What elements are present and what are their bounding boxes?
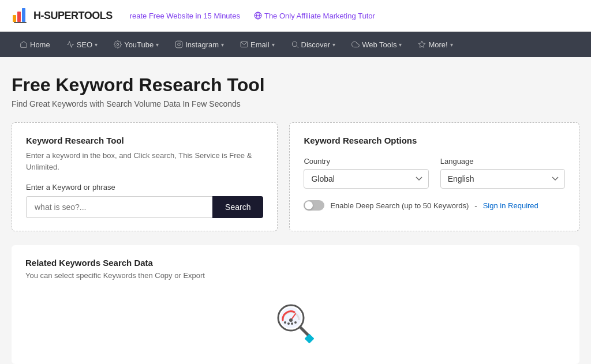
svg-rect-24: [305, 334, 315, 344]
nav-web-tools[interactable]: Web Tools ▾: [343, 32, 410, 57]
svg-point-7: [117, 43, 119, 46]
related-subtitle: You can select specific Keywords then Co…: [25, 271, 566, 280]
language-group: Language English French Spanish German A…: [440, 157, 565, 189]
svg-point-21: [291, 322, 293, 325]
nav-more[interactable]: More! ▾: [410, 32, 461, 57]
nav-email[interactable]: Email ▾: [232, 32, 283, 57]
seo-chevron: ▾: [95, 42, 98, 48]
nav-discover[interactable]: Discover ▾: [283, 32, 344, 57]
more-chevron: ▾: [450, 42, 453, 48]
nav-youtube[interactable]: YouTube ▾: [106, 32, 167, 57]
svg-point-10: [181, 42, 181, 43]
page-subtitle: Find Great Keywords with Search Volume D…: [12, 99, 579, 108]
main-content: Free Keyword Research Tool Find Great Ke…: [0, 57, 591, 364]
sign-in-link[interactable]: Sign in Required: [483, 201, 538, 210]
svg-line-23: [301, 328, 308, 335]
keyword-input-label: Enter a Keyword or phrase: [26, 183, 263, 192]
related-title: Related Keywords Search Data: [25, 258, 566, 268]
email-chevron: ▾: [272, 42, 275, 48]
logo-icon: [12, 7, 29, 24]
webtools-chevron: ▾: [399, 42, 402, 48]
nav-instagram[interactable]: Instagram ▾: [167, 32, 232, 57]
keyword-input[interactable]: [26, 196, 212, 218]
svg-point-12: [292, 42, 297, 46]
deep-search-separator: -: [474, 201, 477, 210]
discover-chevron: ▾: [332, 42, 335, 48]
country-label: Country: [304, 157, 428, 166]
related-section: Related Keywords Search Data You can sel…: [12, 245, 579, 364]
options-title: Keyword Research Options: [304, 136, 565, 145]
svg-point-22: [294, 321, 297, 324]
instagram-chevron: ▾: [221, 42, 224, 48]
language-label: Language: [440, 157, 565, 166]
header-link-website[interactable]: reate Free Website in 15 Minutes: [130, 12, 240, 20]
svg-point-9: [178, 43, 181, 46]
header-link-affiliate[interactable]: The Only Affiliate Marketing Tutor: [254, 12, 375, 20]
options-row: Country Global United States United King…: [304, 157, 565, 189]
navbar: Home SEO ▾ YouTube ▾ Instagram ▾ Email ▾…: [0, 32, 591, 57]
home-icon: [20, 40, 28, 48]
keyword-options-card: Keyword Research Options Country Global …: [289, 122, 579, 231]
page-title: Free Keyword Research Tool: [12, 74, 579, 96]
deep-search-label: Enable Deep Search (up to 50 Keywords): [330, 201, 469, 210]
svg-marker-14: [419, 41, 426, 47]
search-button[interactable]: Search: [212, 196, 263, 218]
svg-rect-0: [13, 15, 16, 22]
keyword-tool-title: Keyword Research Tool: [26, 136, 263, 145]
keyword-tool-card: Keyword Research Tool Enter a keyword in…: [12, 122, 278, 231]
nav-home[interactable]: Home: [12, 32, 58, 57]
svg-line-13: [296, 46, 298, 48]
instagram-icon: [175, 40, 183, 48]
search-row: Search: [26, 196, 263, 218]
youtube-chevron: ▾: [156, 42, 159, 48]
svg-rect-2: [22, 8, 25, 22]
email-icon: [240, 40, 248, 48]
illustration-area: [25, 294, 566, 351]
keyword-tool-desc: Enter a keyword in the box, and Click se…: [26, 150, 263, 172]
gear-icon: [114, 40, 122, 48]
tool-cards-row: Keyword Research Tool Enter a keyword in…: [12, 122, 579, 231]
logo-text: H-SUPERTOOLS: [33, 10, 113, 22]
deep-search-toggle[interactable]: [304, 200, 324, 211]
country-group: Country Global United States United King…: [304, 157, 428, 189]
language-select[interactable]: English French Spanish German Arabic: [440, 169, 565, 189]
nav-seo[interactable]: SEO ▾: [58, 32, 106, 57]
header-links: reate Free Website in 15 Minutes The Onl…: [130, 12, 579, 20]
top-header: H-SUPERTOOLS reate Free Website in 15 Mi…: [0, 0, 591, 32]
search-illustration: [272, 299, 319, 346]
svg-point-20: [287, 322, 290, 325]
svg-rect-3: [14, 22, 27, 23]
deep-search-row: Enable Deep Search (up to 50 Keywords) -…: [304, 200, 565, 211]
cloud-icon: [351, 40, 360, 48]
star-icon: [418, 40, 426, 48]
chart-icon: [66, 40, 74, 48]
logo[interactable]: H-SUPERTOOLS: [12, 7, 113, 24]
svg-rect-8: [175, 41, 182, 48]
search-nav-icon: [291, 40, 299, 48]
svg-point-18: [289, 318, 293, 322]
svg-rect-1: [17, 12, 21, 22]
globe-icon: [254, 12, 262, 20]
svg-point-19: [284, 321, 286, 324]
country-select[interactable]: Global United States United Kingdom Cana…: [304, 169, 428, 189]
toggle-knob: [305, 201, 313, 209]
